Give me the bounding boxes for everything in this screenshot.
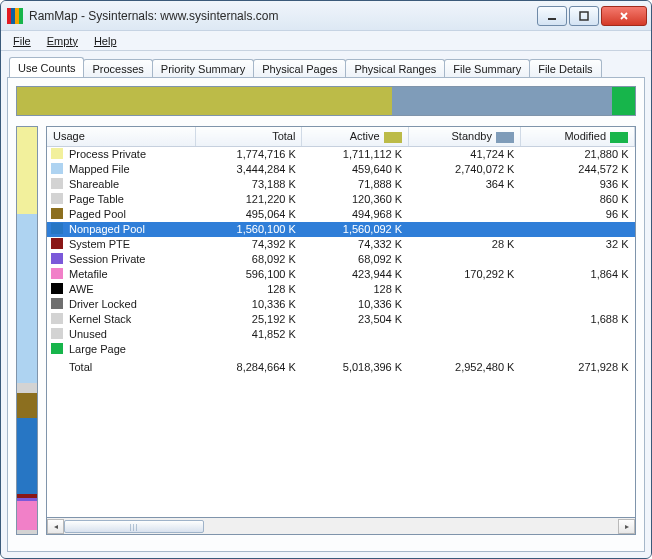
row-color-swatch	[51, 268, 63, 279]
tab-priority-summary[interactable]: Priority Summary	[152, 59, 254, 77]
table-row[interactable]: Shareable73,188 K71,888 K364 K936 K	[47, 177, 635, 192]
table-row[interactable]: AWE128 K128 K	[47, 282, 635, 297]
cell-usage: Total	[63, 357, 196, 374]
tab-panel-use-counts: Usage Total Active Standby Modified Proc…	[7, 77, 645, 552]
col-modified[interactable]: Modified	[520, 127, 634, 146]
vbar-seg-misc	[17, 530, 37, 534]
cell-active: 23,504 K	[302, 312, 408, 327]
row-color-swatch	[51, 223, 63, 234]
minimize-button[interactable]	[537, 6, 567, 26]
cell-active: 74,332 K	[302, 237, 408, 252]
cell-modified: 1,864 K	[520, 267, 634, 282]
cell-modified	[520, 342, 634, 357]
table-row[interactable]: Nonpaged Pool1,560,100 K1,560,092 K	[47, 222, 635, 237]
cell-usage: Paged Pool	[63, 207, 196, 222]
table-row[interactable]: Paged Pool495,064 K494,968 K96 K	[47, 207, 635, 222]
table-row[interactable]: Driver Locked10,336 K10,336 K	[47, 297, 635, 312]
tab-use-counts[interactable]: Use Counts	[9, 57, 84, 77]
usage-table[interactable]: Usage Total Active Standby Modified Proc…	[46, 126, 636, 518]
table-header-row: Usage Total Active Standby Modified	[47, 127, 635, 146]
cell-total: 121,220 K	[196, 192, 302, 207]
col-active[interactable]: Active	[302, 127, 408, 146]
row-color-swatch	[51, 328, 63, 339]
scroll-track[interactable]: |||	[64, 519, 618, 534]
row-color-swatch	[51, 163, 63, 174]
vbar-seg-metafile	[17, 501, 37, 530]
cell-total: 3,444,284 K	[196, 162, 302, 177]
cell-total: 25,192 K	[196, 312, 302, 327]
col-standby[interactable]: Standby	[408, 127, 520, 146]
tab-file-details[interactable]: File Details	[529, 59, 601, 77]
svg-rect-1	[580, 12, 588, 20]
cell-active: 71,888 K	[302, 177, 408, 192]
cell-active: 1,711,112 K	[302, 146, 408, 162]
cell-usage: Mapped File	[63, 162, 196, 177]
cell-total: 10,336 K	[196, 297, 302, 312]
cell-modified	[520, 222, 634, 237]
table-row[interactable]: Unused41,852 K	[47, 327, 635, 342]
cell-usage: AWE	[63, 282, 196, 297]
row-color-swatch	[51, 148, 63, 159]
window-controls	[537, 6, 647, 26]
cell-total: 495,064 K	[196, 207, 302, 222]
cell-usage: Page Table	[63, 192, 196, 207]
cell-total: 128 K	[196, 282, 302, 297]
close-button[interactable]	[601, 6, 647, 26]
tab-processes[interactable]: Processes	[83, 59, 152, 77]
col-total[interactable]: Total	[196, 127, 302, 146]
cell-modified: 936 K	[520, 177, 634, 192]
tab-physical-pages[interactable]: Physical Pages	[253, 59, 346, 77]
cell-usage: Session Private	[63, 252, 196, 267]
scroll-left-button[interactable]: ◂	[47, 519, 64, 534]
cell-usage: Large Page	[63, 342, 196, 357]
cell-active: 120,360 K	[302, 192, 408, 207]
row-color-swatch	[51, 178, 63, 189]
scroll-right-button[interactable]: ▸	[618, 519, 635, 534]
table-row[interactable]: System PTE74,392 K74,332 K28 K32 K	[47, 237, 635, 252]
scroll-thumb[interactable]: |||	[64, 520, 204, 533]
table-row[interactable]: Mapped File3,444,284 K459,640 K2,740,072…	[47, 162, 635, 177]
menu-empty[interactable]: Empty	[41, 33, 84, 49]
cell-modified: 244,572 K	[520, 162, 634, 177]
table-row[interactable]: Metafile596,100 K423,944 K170,292 K1,864…	[47, 267, 635, 282]
cell-active: 494,968 K	[302, 207, 408, 222]
cell-modified	[520, 297, 634, 312]
cell-standby: 28 K	[408, 237, 520, 252]
cell-modified: 271,928 K	[520, 357, 634, 374]
hbar-seg-standby	[392, 87, 612, 115]
cell-modified: 96 K	[520, 207, 634, 222]
cell-active: 128 K	[302, 282, 408, 297]
cell-active: 10,336 K	[302, 297, 408, 312]
row-color-swatch	[51, 208, 63, 219]
cell-total	[196, 342, 302, 357]
row-color-swatch	[51, 298, 63, 309]
menu-help[interactable]: Help	[88, 33, 123, 49]
cell-usage: Metafile	[63, 267, 196, 282]
cell-standby: 364 K	[408, 177, 520, 192]
tab-file-summary[interactable]: File Summary	[444, 59, 530, 77]
menu-bar: File Empty Help	[1, 31, 651, 51]
cell-standby: 170,292 K	[408, 267, 520, 282]
row-color-swatch	[51, 253, 63, 264]
title-bar[interactable]: RamMap - Sysinternals: www.sysinternals.…	[1, 1, 651, 31]
cell-usage: System PTE	[63, 237, 196, 252]
table-row[interactable]: Session Private68,092 K68,092 K	[47, 252, 635, 267]
table-row[interactable]: Process Private1,774,716 K1,711,112 K41,…	[47, 146, 635, 162]
row-color-swatch	[51, 343, 63, 354]
cell-standby	[408, 297, 520, 312]
cell-usage: Kernel Stack	[63, 312, 196, 327]
table-row[interactable]: Page Table121,220 K120,360 K860 K	[47, 192, 635, 207]
table-row[interactable]: Large Page	[47, 342, 635, 357]
cell-standby: 41,724 K	[408, 146, 520, 162]
table-row[interactable]: Kernel Stack25,192 K23,504 K1,688 K	[47, 312, 635, 327]
cell-standby	[408, 312, 520, 327]
cell-modified	[520, 252, 634, 267]
menu-file[interactable]: File	[7, 33, 37, 49]
app-window: RamMap - Sysinternals: www.sysinternals.…	[0, 0, 652, 559]
vbar-seg-nonpaged	[17, 418, 37, 495]
horizontal-scrollbar[interactable]: ◂ ||| ▸	[46, 518, 636, 535]
tab-physical-ranges[interactable]: Physical Ranges	[345, 59, 445, 77]
maximize-button[interactable]	[569, 6, 599, 26]
col-usage[interactable]: Usage	[47, 127, 196, 146]
hbar-seg-active	[17, 87, 392, 115]
